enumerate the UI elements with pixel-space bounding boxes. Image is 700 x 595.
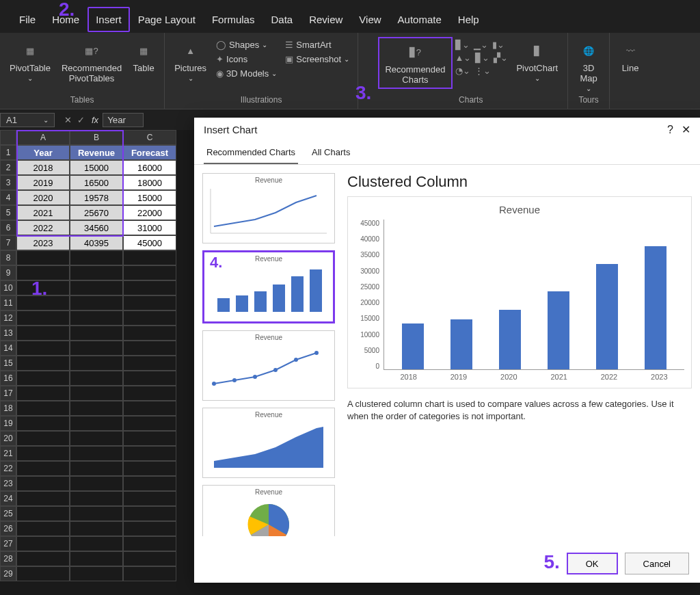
row-header[interactable]: 5: [0, 205, 16, 220]
row-header[interactable]: 29: [0, 566, 16, 581]
recommended-pivottables-button[interactable]: ▦?Recommended PivotTables: [56, 37, 127, 86]
cell[interactable]: 16000: [123, 160, 176, 175]
cell[interactable]: Revenue: [70, 145, 123, 160]
table-button[interactable]: ▦Table: [127, 37, 160, 76]
thumb-pie[interactable]: Revenue: [202, 485, 335, 536]
cell[interactable]: [16, 386, 70, 401]
enter-icon[interactable]: ✓: [77, 115, 85, 125]
row-header[interactable]: 14: [0, 341, 16, 356]
row-header[interactable]: 17: [0, 386, 16, 401]
cell[interactable]: [16, 341, 70, 356]
cell[interactable]: 2023: [16, 235, 70, 250]
row-header[interactable]: 7: [0, 235, 16, 250]
cell[interactable]: 19578: [70, 190, 123, 205]
cell[interactable]: 18000: [123, 175, 176, 190]
cell[interactable]: [70, 371, 123, 386]
cell[interactable]: [123, 446, 176, 461]
cancel-icon[interactable]: ✕: [64, 115, 72, 125]
cell[interactable]: [123, 506, 176, 521]
cell[interactable]: [123, 280, 176, 295]
col-header-a[interactable]: A: [16, 130, 70, 145]
3d-map-button[interactable]: 🌐3D Map⌄: [572, 37, 605, 95]
cell[interactable]: [123, 265, 176, 280]
cell[interactable]: [16, 446, 70, 461]
cell[interactable]: [16, 551, 70, 566]
cell[interactable]: 31000: [123, 220, 176, 235]
cell[interactable]: [70, 506, 123, 521]
help-icon[interactable]: ?: [667, 124, 673, 135]
tab-data[interactable]: Data: [262, 7, 301, 32]
cell[interactable]: [123, 431, 176, 446]
cell[interactable]: [123, 356, 176, 371]
cell[interactable]: [16, 521, 70, 536]
cell[interactable]: 2019: [16, 175, 70, 190]
cell[interactable]: 16500: [70, 175, 123, 190]
tab-review[interactable]: Review: [301, 7, 351, 32]
tab-insert[interactable]: Insert: [88, 7, 130, 32]
name-box[interactable]: A1⌄: [0, 113, 55, 127]
cell[interactable]: [16, 416, 70, 431]
cell[interactable]: 34560: [70, 220, 123, 235]
smartart-button[interactable]: ☰SmartArt: [285, 40, 349, 50]
cell[interactable]: [70, 446, 123, 461]
tab-help[interactable]: Help: [450, 7, 487, 32]
cell[interactable]: [70, 476, 123, 491]
bar-chart-icon[interactable]: ▊⌄: [455, 40, 470, 50]
cell[interactable]: [123, 401, 176, 416]
cell[interactable]: 15000: [123, 190, 176, 205]
row-header[interactable]: 20: [0, 431, 16, 446]
screenshot-button[interactable]: ▣Screenshot⌄: [285, 54, 349, 64]
row-header[interactable]: 15: [0, 356, 16, 371]
cell[interactable]: [123, 566, 176, 581]
cell[interactable]: [123, 310, 176, 326]
cell[interactable]: [16, 491, 70, 506]
pivottable-button[interactable]: ▦PivotTable⌄: [4, 37, 56, 85]
cell[interactable]: [123, 461, 176, 476]
row-header[interactable]: 9: [0, 265, 16, 280]
cell[interactable]: [70, 491, 123, 506]
cell[interactable]: Forecast: [123, 145, 176, 160]
cell[interactable]: [70, 401, 123, 416]
cell[interactable]: [70, 566, 123, 581]
cell[interactable]: [70, 521, 123, 536]
row-header[interactable]: 16: [0, 371, 16, 386]
formula-input[interactable]: [103, 113, 144, 127]
pie-chart-icon[interactable]: ◔⌄: [455, 66, 470, 76]
row-header[interactable]: 28: [0, 551, 16, 566]
dialog-tab-recommended[interactable]: Recommended Charts: [204, 142, 298, 164]
close-icon[interactable]: ✕: [682, 124, 690, 135]
row-header[interactable]: 26: [0, 521, 16, 536]
col-header-c[interactable]: C: [123, 130, 176, 145]
cell[interactable]: [16, 566, 70, 581]
row-header[interactable]: 23: [0, 476, 16, 491]
cell[interactable]: 2018: [16, 160, 70, 175]
row-header[interactable]: 1: [0, 145, 16, 160]
cell[interactable]: [16, 476, 70, 491]
col-header-b[interactable]: B: [70, 130, 123, 145]
cell[interactable]: [123, 341, 176, 356]
cell[interactable]: [123, 491, 176, 506]
tab-page-layout[interactable]: Page Layout: [130, 7, 204, 32]
cell[interactable]: [16, 250, 70, 265]
bar2-chart-icon[interactable]: ▊⌄: [475, 53, 489, 63]
cell[interactable]: 2022: [16, 220, 70, 235]
cell[interactable]: [16, 536, 70, 551]
cell[interactable]: [70, 310, 123, 326]
combo-chart-icon[interactable]: ▞⌄: [494, 53, 508, 63]
cell[interactable]: 2020: [16, 190, 70, 205]
row-header[interactable]: 24: [0, 491, 16, 506]
cell[interactable]: 22000: [123, 205, 176, 220]
column-chart-icon[interactable]: ▮⌄: [492, 40, 504, 50]
row-header[interactable]: 3: [0, 175, 16, 190]
cell[interactable]: [16, 401, 70, 416]
tab-automate[interactable]: Automate: [390, 7, 450, 32]
cell[interactable]: [70, 326, 123, 341]
icons-button[interactable]: ✦Icons: [216, 54, 277, 64]
cell[interactable]: [16, 431, 70, 446]
recommended-charts-button[interactable]: ▊?Recommended Charts: [378, 37, 452, 89]
cell[interactable]: [70, 461, 123, 476]
cell[interactable]: Year: [16, 145, 70, 160]
cell[interactable]: [123, 551, 176, 566]
row-header[interactable]: 21: [0, 446, 16, 461]
cell[interactable]: [70, 295, 123, 310]
